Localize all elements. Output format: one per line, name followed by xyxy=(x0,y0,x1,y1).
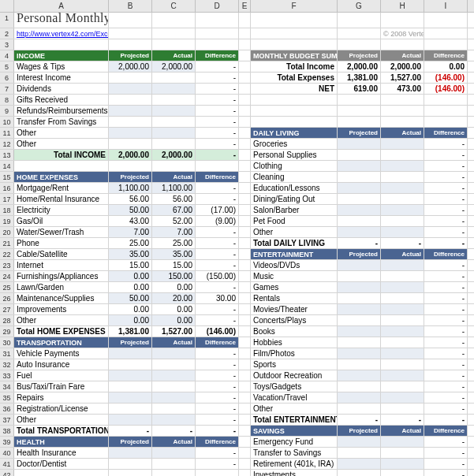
difference-cell[interactable]: - xyxy=(196,348,239,359)
gap-cell[interactable] xyxy=(239,216,251,226)
difference-cell[interactable]: - xyxy=(424,448,468,458)
projected-cell[interactable] xyxy=(338,348,381,359)
projected-cell[interactable] xyxy=(109,359,152,370)
difference-cell[interactable]: - xyxy=(424,437,468,447)
projected-cell[interactable] xyxy=(109,73,152,83)
item-name[interactable]: Lawn/Garden xyxy=(14,282,109,292)
cell[interactable]: (146.00) xyxy=(424,73,468,83)
cell[interactable]: Actual xyxy=(152,50,196,61)
item-name[interactable]: Auto Insurance xyxy=(14,359,109,370)
col-header[interactable]: F xyxy=(251,0,338,12)
row-number[interactable]: 30 xyxy=(0,337,14,348)
empty-cell[interactable] xyxy=(381,95,424,105)
empty-cell[interactable] xyxy=(424,13,468,28)
projected-cell[interactable] xyxy=(109,381,152,392)
item-name[interactable]: Film/Photos xyxy=(251,348,338,359)
difference-cell[interactable]: - xyxy=(424,337,468,348)
item-name[interactable]: Internet xyxy=(14,260,109,270)
col-label[interactable]: Projected xyxy=(109,172,152,182)
empty-cell[interactable] xyxy=(251,13,338,28)
gap-cell[interactable] xyxy=(239,403,251,414)
projected-cell[interactable] xyxy=(109,128,152,138)
empty-cell[interactable] xyxy=(251,95,338,105)
row-number[interactable]: 32 xyxy=(0,359,14,370)
item-name[interactable]: Pet Food xyxy=(251,216,338,226)
row-number[interactable]: 19 xyxy=(0,216,14,226)
empty-cell[interactable] xyxy=(424,39,468,50)
gap-cell[interactable] xyxy=(239,106,251,116)
total-label[interactable]: Total INCOME xyxy=(14,150,109,160)
actual-cell[interactable] xyxy=(152,106,196,116)
row-number[interactable]: 16 xyxy=(0,183,14,193)
projected-cell[interactable] xyxy=(338,150,381,160)
projected-cell[interactable] xyxy=(109,106,152,116)
cell[interactable]: 1,381.00 xyxy=(338,73,381,83)
cell[interactable]: 619.00 xyxy=(338,84,381,94)
gap-cell[interactable] xyxy=(239,150,251,160)
total-difference[interactable]: - xyxy=(196,426,239,436)
item-name[interactable]: Games xyxy=(251,282,338,292)
projected-cell[interactable] xyxy=(338,183,381,193)
col-label[interactable]: Projected xyxy=(338,128,381,138)
gap-cell[interactable] xyxy=(239,161,251,171)
gap-cell[interactable] xyxy=(239,348,251,359)
col-label[interactable]: Actual xyxy=(152,337,196,348)
gap-cell[interactable] xyxy=(239,128,251,138)
item-name[interactable]: Cable/Satellite xyxy=(14,249,109,259)
difference-cell[interactable]: - xyxy=(196,227,239,237)
difference-cell[interactable]: - xyxy=(424,150,468,160)
row-number[interactable]: 29 xyxy=(0,326,14,337)
projected-cell[interactable] xyxy=(109,415,152,425)
col-label[interactable]: Actual xyxy=(152,437,196,447)
cell[interactable]: 2,000.00 xyxy=(152,150,196,160)
item-name[interactable]: Sports xyxy=(251,359,338,370)
item-name[interactable]: Personal Supplies xyxy=(251,150,338,160)
col-label[interactable]: Projected xyxy=(338,249,381,259)
empty-cell[interactable] xyxy=(251,117,338,127)
item-name[interactable]: Transfer From Savings xyxy=(14,117,109,127)
empty-cell[interactable] xyxy=(109,13,152,28)
projected-cell[interactable]: 1,100.00 xyxy=(109,183,152,193)
actual-cell[interactable] xyxy=(381,161,424,171)
row-number[interactable]: 42 xyxy=(0,470,14,476)
row-number[interactable]: 37 xyxy=(0,415,14,425)
item-name[interactable]: Maintenance/Supplies xyxy=(14,293,109,303)
item-name[interactable]: Other xyxy=(251,403,338,414)
row-number[interactable]: 31 xyxy=(0,348,14,359)
item-name[interactable]: Salon/Barber xyxy=(251,205,338,215)
cell[interactable]: Projected xyxy=(109,50,152,61)
gap-cell[interactable] xyxy=(239,293,251,303)
projected-cell[interactable] xyxy=(338,216,381,226)
col-label[interactable]: Actual xyxy=(381,249,424,259)
gap-cell[interactable] xyxy=(239,194,251,204)
actual-cell[interactable]: 67.00 xyxy=(152,205,196,215)
projected-cell[interactable] xyxy=(338,381,381,392)
item-name[interactable]: Videos/DVDs xyxy=(251,260,338,270)
difference-cell[interactable]: - xyxy=(196,117,239,127)
projected-cell[interactable] xyxy=(338,194,381,204)
total-actual[interactable]: - xyxy=(381,238,424,248)
actual-cell[interactable] xyxy=(381,448,424,458)
empty-cell[interactable] xyxy=(196,13,239,28)
projected-cell[interactable]: 7.00 xyxy=(109,227,152,237)
difference-cell[interactable]: - xyxy=(196,315,239,325)
item-name[interactable]: Registration/License xyxy=(14,403,109,414)
item-name[interactable]: Gas/Oil xyxy=(14,216,109,226)
total-actual[interactable]: - xyxy=(381,415,424,425)
actual-cell[interactable] xyxy=(381,381,424,392)
gap-cell[interactable] xyxy=(239,95,251,105)
difference-cell[interactable]: - xyxy=(196,249,239,259)
projected-cell[interactable] xyxy=(338,315,381,325)
empty-cell[interactable] xyxy=(424,95,468,105)
difference-cell[interactable]: - xyxy=(196,403,239,414)
difference-cell[interactable]: - xyxy=(424,304,468,314)
gap-cell[interactable] xyxy=(239,392,251,403)
gap-cell[interactable] xyxy=(239,172,251,182)
empty-cell[interactable] xyxy=(14,470,109,476)
empty-cell[interactable] xyxy=(14,161,109,171)
projected-cell[interactable] xyxy=(338,392,381,403)
actual-cell[interactable] xyxy=(381,392,424,403)
empty-cell[interactable] xyxy=(424,106,468,116)
row-number[interactable]: 23 xyxy=(0,260,14,270)
actual-cell[interactable] xyxy=(381,172,424,182)
